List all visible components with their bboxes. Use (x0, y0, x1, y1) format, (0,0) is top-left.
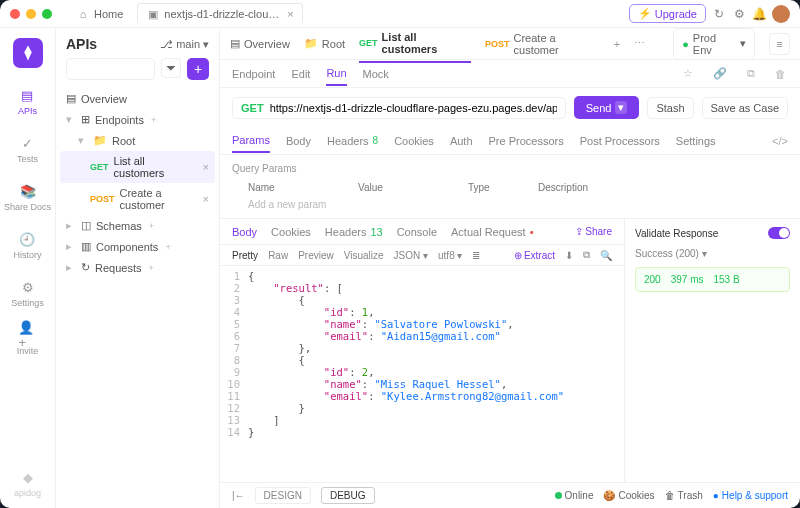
add-tab-button[interactable]: + (614, 38, 620, 50)
bookmark-icon[interactable]: ☆ (681, 65, 695, 82)
save-case-button[interactable]: Save as Case (702, 97, 788, 119)
tree-search-input[interactable] (66, 58, 155, 80)
gear-icon[interactable]: ⚙ (732, 7, 746, 21)
reqtab-pre[interactable]: Pre Processors (489, 130, 564, 152)
search-response-icon[interactable]: 🔍 (600, 250, 612, 261)
tab-project[interactable]: ▣ nextjs-d1-drizzle-clou… × (137, 3, 302, 24)
schemas-icon: ◫ (81, 219, 91, 232)
refresh-icon[interactable]: ↻ (712, 7, 726, 21)
footer-cookies[interactable]: 🍪 Cookies (603, 490, 654, 501)
sidebar-item-apidog[interactable]: ◆ apidog (14, 468, 41, 498)
resptab-cookies[interactable]: Cookies (271, 222, 311, 242)
collapse-footer-icon[interactable]: |← (232, 490, 245, 501)
resptab-console[interactable]: Console (397, 222, 437, 242)
delete-icon[interactable]: 🗑 (773, 66, 788, 82)
app-logo-icon[interactable] (13, 38, 43, 68)
url-method[interactable]: GET (241, 102, 264, 114)
reqtab-body[interactable]: Body (286, 130, 311, 152)
reqtab-params[interactable]: Params (232, 129, 270, 153)
view-raw[interactable]: Raw (268, 250, 288, 261)
send-dropdown-icon[interactable]: ▾ (615, 101, 627, 114)
reqtab-post[interactable]: Post Processors (580, 130, 660, 152)
share-response-button[interactable]: ⇪ Share (575, 226, 612, 237)
add-button[interactable]: + (187, 58, 209, 80)
footer-debug-button[interactable]: DEBUG (321, 487, 375, 504)
reqtab-auth[interactable]: Auth (450, 130, 473, 152)
link-icon[interactable]: 🔗 (711, 65, 729, 82)
close-item-icon[interactable]: × (203, 161, 209, 173)
view-utf8[interactable]: utf8 ▾ (438, 250, 462, 261)
tab-create-customer[interactable]: POST Create a customer (485, 26, 600, 62)
env-dot-icon: ● (682, 38, 689, 50)
resptab-headers[interactable]: Headers 13 (325, 222, 383, 242)
download-icon[interactable]: ⬇ (565, 250, 573, 261)
stash-button[interactable]: Stash (647, 97, 693, 119)
reqtab-cookies[interactable]: Cookies (394, 130, 434, 152)
tree-overview[interactable]: ▤ Overview (60, 88, 215, 109)
sidebar-item-invite[interactable]: 👤+ Invite (17, 326, 39, 356)
add-param-row[interactable]: Add a new param (232, 195, 788, 214)
chevron-down-icon: ▾ (702, 248, 707, 259)
sidebar-item-share-docs[interactable]: 📚 Share Docs (4, 182, 51, 212)
env-menu-button[interactable]: ≡ (769, 33, 790, 55)
tab-more-icon[interactable]: ⋯ (634, 37, 645, 50)
close-tab-icon[interactable]: × (287, 8, 293, 20)
resptab-actual[interactable]: Actual Request • (451, 222, 533, 242)
reqtab-headers[interactable]: Headers 8 (327, 130, 378, 152)
branch-selector[interactable]: ⎇ main ▾ (160, 38, 209, 51)
minimize-window-icon[interactable] (26, 9, 36, 19)
add-endpoint-icon[interactable]: + (151, 115, 156, 125)
footer-trash[interactable]: 🗑 Trash (665, 490, 703, 501)
code-icon[interactable]: </> (772, 135, 788, 147)
tab-home[interactable]: ⌂ Home (68, 4, 131, 24)
reqtab-settings[interactable]: Settings (676, 130, 716, 152)
bell-icon[interactable]: 🔔 (752, 7, 766, 21)
filter-button[interactable]: ⏷ (161, 58, 181, 78)
add-component-icon[interactable]: + (165, 242, 170, 252)
sidebar-item-tests[interactable]: ✓ Tests (17, 134, 38, 164)
add-request-icon[interactable]: + (148, 263, 153, 273)
success-select[interactable]: Success (200) ▾ (635, 248, 707, 259)
window-controls[interactable] (10, 9, 52, 19)
footer-help[interactable]: ● Help & support (713, 490, 788, 501)
tab-list-customers[interactable]: GET List all customers (359, 25, 471, 63)
subtab-mock[interactable]: Mock (363, 63, 389, 85)
close-window-icon[interactable] (10, 9, 20, 19)
upgrade-button[interactable]: ⚡ Upgrade (629, 4, 706, 23)
avatar[interactable] (772, 5, 790, 23)
wrap-lines-icon[interactable]: ≣ (472, 250, 480, 261)
response-body-code[interactable]: 1{2 "result": [3 {4 "id": 1,5 "name": "S… (220, 266, 624, 482)
maximize-window-icon[interactable] (42, 9, 52, 19)
resptab-body[interactable]: Body (232, 222, 257, 242)
tree-components[interactable]: ▸ ▥ Components + (60, 236, 215, 257)
environment-selector[interactable]: ● Prod Env ▾ (673, 28, 755, 60)
add-schema-icon[interactable]: + (149, 221, 154, 231)
tree-endpoint-list-customers[interactable]: GET List all customers × (60, 151, 215, 183)
tab-root[interactable]: 📁 Root (304, 31, 345, 56)
sidebar-item-settings[interactable]: ⚙ Settings (11, 278, 44, 308)
subtab-endpoint[interactable]: Endpoint (232, 63, 275, 85)
sidebar-item-history[interactable]: 🕘 History (13, 230, 41, 260)
url-input[interactable] (270, 102, 557, 114)
extract-button[interactable]: ⊕ Extract (514, 250, 555, 261)
tab-overview[interactable]: ▤ Overview (230, 31, 290, 56)
validate-toggle[interactable] (768, 227, 790, 239)
subtab-run[interactable]: Run (326, 62, 346, 86)
footer-design-button[interactable]: DESIGN (255, 487, 311, 504)
view-pretty[interactable]: Pretty (232, 250, 258, 261)
view-json[interactable]: JSON ▾ (394, 250, 428, 261)
subtab-edit[interactable]: Edit (291, 63, 310, 85)
send-button[interactable]: Send ▾ (574, 96, 640, 119)
view-preview[interactable]: Preview (298, 250, 334, 261)
sidebar-item-apis[interactable]: ▤ APIs (18, 86, 37, 116)
close-item-icon[interactable]: × (203, 193, 209, 205)
copy-response-icon[interactable]: ⧉ (583, 249, 590, 261)
url-bar[interactable]: GET (232, 97, 566, 119)
view-visualize[interactable]: Visualize (344, 250, 384, 261)
tree-endpoints[interactable]: ▾ ⊞ Endpoints + (60, 109, 215, 130)
copy-icon[interactable]: ⧉ (745, 65, 757, 82)
tree-schemas[interactable]: ▸ ◫ Schemas + (60, 215, 215, 236)
tree-endpoint-create-customer[interactable]: POST Create a customer × (60, 183, 215, 215)
tree-requests[interactable]: ▸ ↻ Requests + (60, 257, 215, 278)
tree-root-folder[interactable]: ▾ 📁 Root (60, 130, 215, 151)
